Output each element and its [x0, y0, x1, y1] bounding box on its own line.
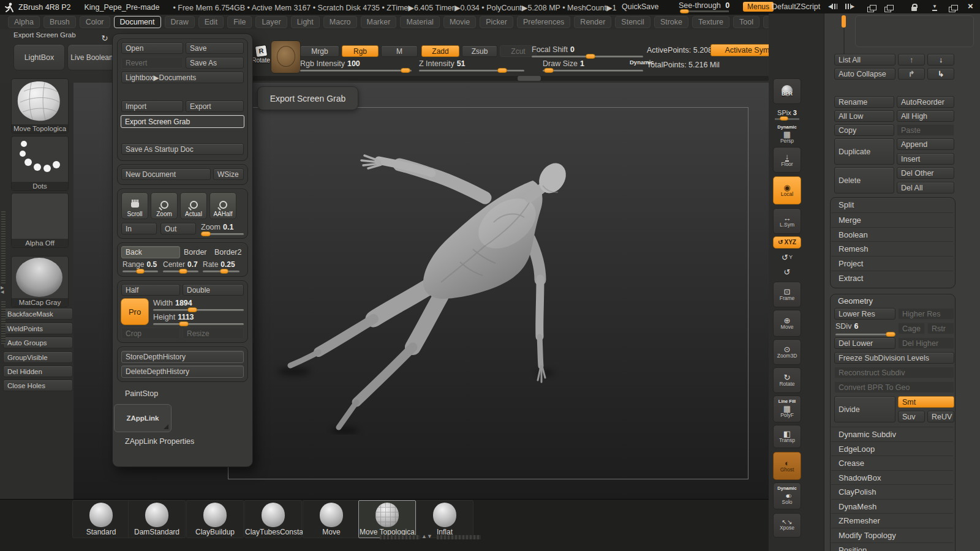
left-scroll-arrows[interactable]: ▶◀ — [1, 285, 4, 294]
rotate-axis-button[interactable]: ↺ — [773, 265, 801, 279]
rotate-view-button[interactable]: ↻ Rotate — [773, 367, 801, 393]
branch-arrow-button[interactable]: ↳ — [927, 68, 954, 80]
all-low-button[interactable]: All Low — [834, 110, 894, 122]
lsym-button[interactable]: ↔ L.Sym — [773, 208, 801, 234]
groupvisible-button[interactable]: GroupVisible — [3, 351, 73, 363]
menu-light[interactable]: Light — [291, 16, 320, 28]
border2-button[interactable]: Border2 — [214, 248, 241, 257]
zsub-button[interactable]: Zsub — [462, 45, 497, 57]
section-split[interactable]: Split — [831, 198, 953, 212]
solo-button[interactable]: Dynamic ●○ Solo — [773, 482, 801, 509]
del-lower-button[interactable]: Del Lower — [834, 337, 895, 349]
new-document-button[interactable]: New Document — [121, 168, 211, 180]
width-thumb[interactable] — [187, 307, 197, 312]
tool-panel-scroll-thumb[interactable] — [842, 15, 846, 28]
restore-icon[interactable] — [949, 5, 956, 13]
menu-edit[interactable]: Edit — [198, 16, 224, 28]
border-button[interactable]: Border — [184, 248, 207, 257]
half-button[interactable]: Half — [121, 284, 180, 296]
zoom-out-button[interactable]: Out — [160, 223, 196, 234]
brush-move[interactable]: Move — [303, 500, 360, 538]
sdiv-thumb[interactable] — [886, 332, 895, 337]
import-button[interactable]: Import — [121, 100, 183, 112]
draw-size-thumb[interactable] — [544, 68, 554, 73]
current-alpha-thumb[interactable]: Alpha Off — [11, 193, 69, 248]
revert-button[interactable]: Revert — [121, 57, 183, 69]
menu-brush[interactable]: Brush — [43, 16, 76, 28]
current-brush-thumb[interactable]: Move Topologica — [11, 78, 69, 133]
menu-macro[interactable]: Macro — [323, 16, 357, 28]
copy-button[interactable]: Copy — [834, 124, 894, 136]
lower-res-button[interactable]: Lower Res — [834, 308, 895, 320]
reconstruct-subdiv-button[interactable]: Reconstruct Subdiv — [834, 367, 954, 378]
center-slider[interactable] — [163, 271, 198, 272]
brush-damstandard[interactable]: DamStandard — [128, 500, 186, 538]
divider-right-icon[interactable]: ▶ — [845, 4, 854, 9]
rgb-intensity-thumb[interactable] — [401, 68, 410, 73]
section-merge[interactable]: Merge — [831, 212, 953, 227]
geometry-header[interactable]: Geometry — [838, 296, 873, 305]
weldpoints-button[interactable]: WeldPoints — [3, 323, 73, 334]
center-thumb[interactable] — [179, 269, 187, 274]
left-scrollbar-2[interactable] — [1, 301, 6, 344]
menu-marker[interactable]: Marker — [361, 16, 397, 28]
paintstop-button[interactable]: PaintStop — [125, 389, 158, 398]
del-hidden-button[interactable]: Del Hidden — [3, 365, 73, 377]
save-as-startup-button[interactable]: Save As Startup Doc — [121, 143, 244, 155]
current-material-thumb[interactable]: MatCap Gray — [11, 256, 69, 307]
z-intensity-thumb[interactable] — [497, 68, 507, 73]
divide-button[interactable]: Divide — [834, 396, 895, 422]
close-holes-button[interactable]: Close Holes — [3, 380, 73, 391]
delete-button[interactable]: Delete — [834, 167, 894, 193]
actual-button[interactable]: Actual — [180, 192, 207, 219]
section-modify-topology[interactable]: Modify Topology — [831, 528, 953, 542]
pro-button[interactable]: Pro — [121, 298, 149, 325]
aahalf-button[interactable]: AAHalf — [209, 192, 236, 219]
back-button[interactable]: Back — [121, 246, 180, 258]
default-zscript-button[interactable]: DefaultZScript — [772, 2, 820, 11]
append-button[interactable]: Append — [897, 138, 954, 150]
section-boolean[interactable]: Boolean — [831, 227, 953, 241]
current-material-button[interactable] — [271, 40, 301, 73]
menu-preferences[interactable]: Preferences — [517, 16, 570, 28]
menu-draw[interactable]: Draw — [165, 16, 195, 28]
zoom-in-button[interactable]: In — [121, 223, 157, 234]
draw-size-slider[interactable] — [543, 70, 643, 72]
open-button[interactable]: Open — [121, 42, 183, 54]
minimize-icon[interactable]: ▼ — [932, 4, 937, 11]
section-edgeloop[interactable]: EdgeLoop — [831, 441, 953, 455]
mrgb-button[interactable]: Mrgb — [300, 45, 339, 57]
rate-thumb[interactable] — [220, 269, 228, 274]
shelf-scrollbar[interactable] — [244, 76, 769, 81]
section-extract[interactable]: Extract — [831, 271, 953, 285]
menu-tool[interactable]: Tool — [733, 16, 760, 28]
z-intensity-slider[interactable] — [419, 70, 524, 72]
save-as-button[interactable]: Save As — [186, 57, 244, 69]
floor-button[interactable]: ↓ Floor — [773, 147, 801, 173]
y-axis-button[interactable]: ↺Y — [773, 250, 801, 264]
auto-groups-button[interactable]: Auto Groups — [3, 337, 73, 348]
live-boolean-button[interactable]: Live Boolean — [67, 44, 116, 70]
ghost-button[interactable]: ◐ Ghost — [773, 452, 801, 480]
brush-claytubes[interactable]: ClayTubesConsta — [244, 500, 302, 538]
del-higher-button[interactable]: Del Higher — [898, 337, 954, 349]
spix-slider[interactable]: SPix 3 — [773, 107, 801, 122]
polyf-button[interactable]: Line Fill ▦ PolyF — [773, 395, 801, 422]
freeze-subdivision-button[interactable]: Freeze SubDivision Levels — [834, 352, 954, 364]
see-through-slider[interactable] — [680, 10, 729, 12]
zapplink-button[interactable]: ZAppLink — [114, 404, 172, 432]
zoom3d-button[interactable]: ⊙ Zoom3D — [773, 339, 801, 365]
rename-button[interactable]: Rename — [834, 96, 894, 108]
paste-button[interactable]: Paste — [897, 124, 954, 136]
zcut-button[interactable]: Zcut — [500, 45, 537, 57]
duplicate-button[interactable]: Duplicate — [834, 138, 894, 165]
autoreorder-button[interactable]: AutoReorder — [897, 96, 954, 108]
zoom-factor-thumb[interactable] — [201, 231, 211, 236]
section-crease[interactable]: Crease — [831, 455, 953, 470]
tray-scrollbar-right[interactable] — [437, 535, 481, 539]
all-high-button[interactable]: All High — [897, 110, 954, 122]
brush-claybuildup[interactable]: ClayBuildup — [186, 500, 244, 538]
menu-layer[interactable]: Layer — [255, 16, 287, 28]
section-remesh[interactable]: Remesh — [831, 241, 953, 255]
menu-material[interactable]: Material — [400, 16, 439, 28]
